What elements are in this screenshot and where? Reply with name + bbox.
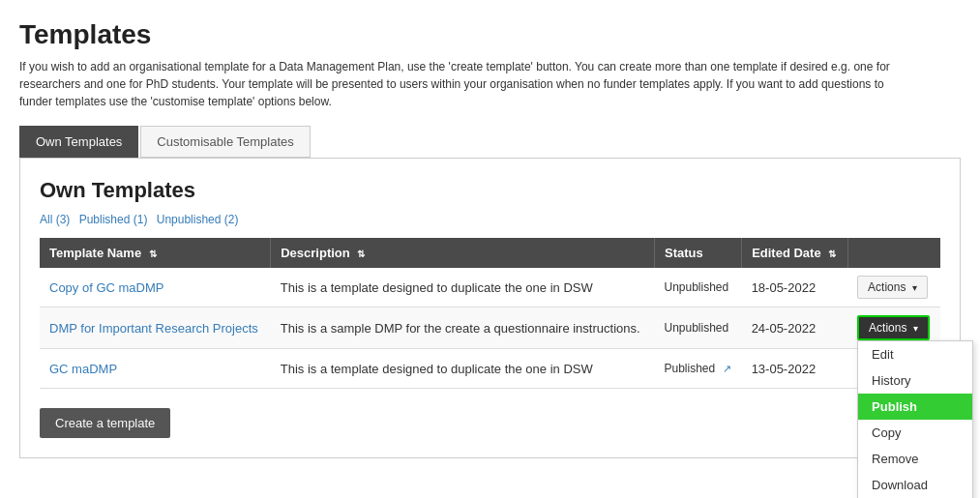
cell-description-1: This is a template designed to duplicate… [271, 268, 655, 308]
menu-item-history[interactable]: History [858, 367, 972, 394]
cell-description-2: This is a sample DMP for the create a qu… [271, 308, 655, 349]
sort-edited-icon[interactable]: ⇅ [828, 249, 836, 259]
table-row: GC maDMP This is a template designed to … [40, 349, 940, 389]
actions-button-2[interactable]: Actions ▾ [857, 315, 930, 340]
template-link-3[interactable]: GC maDMP [49, 362, 117, 376]
panel-title: Own Templates [40, 178, 940, 203]
filter-all[interactable]: All (3) [40, 213, 70, 226]
cell-name-3: GC maDMP [40, 349, 271, 389]
template-link-1[interactable]: Copy of GC maDMP [49, 280, 163, 295]
tabs-container: Own Templates Customisable Templates [19, 126, 961, 158]
tab-own-templates[interactable]: Own Templates [19, 126, 138, 158]
menu-item-download[interactable]: Download [858, 472, 972, 498]
cell-status-1: Unpublished [654, 268, 741, 308]
sort-description-icon[interactable]: ⇅ [357, 249, 365, 259]
menu-item-remove[interactable]: Remove [858, 446, 972, 472]
col-actions-header [847, 238, 940, 268]
create-template-button[interactable]: Create a template [40, 408, 170, 438]
tab-customisable-templates[interactable]: Customisable Templates [140, 126, 310, 158]
menu-item-publish[interactable]: Publish [858, 394, 972, 420]
cell-actions-2: Actions ▾ Edit History Publish Copy Remo… [847, 308, 940, 349]
intro-text: If you wish to add an organisational tem… [19, 58, 890, 110]
cell-status-3: Published ↗ [654, 349, 741, 389]
cell-status-2: Unpublished [654, 308, 741, 349]
table-header: Template Name ⇅ Description ⇅ Status Edi… [40, 238, 940, 268]
menu-item-copy[interactable]: Copy [858, 420, 972, 446]
table-row: Copy of GC maDMP This is a template desi… [40, 268, 940, 308]
col-edited: Edited Date ⇅ [742, 238, 847, 268]
sort-name-icon[interactable]: ⇅ [149, 249, 157, 259]
cell-edited-2: 24-05-2022 [742, 308, 847, 349]
cell-name-2: DMP for Important Research Projects [40, 308, 271, 349]
cell-edited-3: 13-05-2022 [742, 349, 847, 389]
actions-button-1[interactable]: Actions ▾ [857, 276, 928, 299]
filter-published[interactable]: Published (1) [79, 213, 148, 226]
page-title: Templates [19, 19, 961, 50]
cell-name-1: Copy of GC maDMP [40, 268, 271, 308]
col-status: Status [654, 238, 741, 268]
panel-own-templates: Own Templates All (3) Published (1) Unpu… [19, 158, 961, 458]
template-link-2[interactable]: DMP for Important Research Projects [49, 321, 258, 336]
cell-edited-1: 18-05-2022 [742, 268, 847, 308]
cell-actions-1: Actions ▾ [847, 268, 940, 308]
table-row: DMP for Important Research Projects This… [40, 308, 940, 349]
external-link-icon[interactable]: ↗ [723, 363, 731, 374]
col-description: Description ⇅ [271, 238, 655, 268]
templates-table: Template Name ⇅ Description ⇅ Status Edi… [40, 238, 940, 389]
col-name: Template Name ⇅ [40, 238, 271, 268]
table-body: Copy of GC maDMP This is a template desi… [40, 268, 940, 389]
cell-description-3: This is a template designed to duplicate… [271, 349, 655, 389]
caret-icon-2: ▾ [913, 323, 918, 334]
actions-dropdown-menu: Edit History Publish Copy Remove Downloa… [857, 340, 973, 498]
actions-dropdown-wrapper: Actions ▾ Edit History Publish Copy Remo… [857, 315, 930, 340]
menu-item-edit[interactable]: Edit [858, 341, 972, 367]
caret-icon-1: ▾ [912, 282, 917, 293]
filter-unpublished[interactable]: Unpublished (2) [157, 213, 239, 226]
filter-links: All (3) Published (1) Unpublished (2) [40, 213, 940, 226]
